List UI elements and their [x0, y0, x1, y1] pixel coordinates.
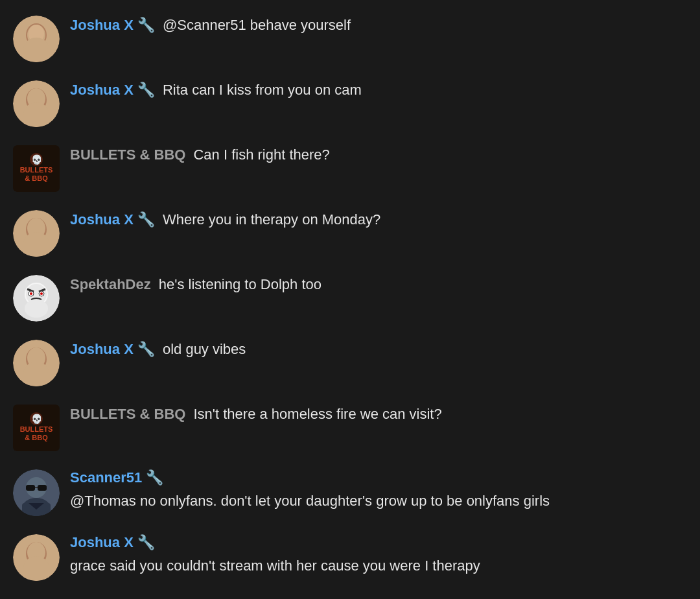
chat-message: Joshua X 🔧 grace said you couldn't strea…	[0, 525, 700, 590]
avatar	[13, 16, 60, 62]
avatar	[13, 210, 60, 257]
avatar	[13, 275, 60, 322]
inline-message: Joshua X 🔧 Where you in therapy on Monda…	[70, 210, 687, 230]
message-text: old guy vibes	[163, 340, 246, 360]
chat-message: Joshua X 🔧 Where you in therapy on Monda…	[0, 201, 700, 266]
chat-message: Joshua X 🔧 Rita can I kiss from you on c…	[0, 71, 700, 136]
avatar	[13, 534, 60, 581]
chat-message: Joshua X 🔧 @Scanner51 behave yourself	[0, 6, 700, 71]
svg-text:💀: 💀	[31, 414, 43, 425]
message-text: Isn't there a homeless fire we can visit…	[193, 405, 441, 425]
message-content: BULLETS & BBQ Isn't there a homeless fir…	[70, 405, 687, 425]
username: BULLETS & BBQ	[70, 406, 185, 423]
message-text: he's listening to Dolph too	[159, 275, 321, 295]
svg-rect-6	[23, 48, 49, 62]
inline-message: Joshua X 🔧 Rita can I kiss from you on c…	[70, 80, 687, 100]
username: Joshua X 🔧	[70, 341, 155, 358]
inline-message: BULLETS & BBQ Isn't there a homeless fir…	[70, 405, 687, 425]
svg-rect-12	[23, 113, 49, 127]
message-content: Scanner51 🔧 @Thomas no onlyfans. don't l…	[70, 469, 687, 511]
avatar	[13, 469, 60, 516]
svg-point-32	[40, 292, 43, 295]
message-content: SpektahDez he's listening to Dolph too	[70, 275, 687, 295]
username: BULLETS & BBQ	[70, 147, 185, 163]
avatar: BULLETS & BBQ 💀	[13, 145, 60, 192]
message-content: Joshua X 🔧 Where you in therapy on Monda…	[70, 210, 687, 230]
chat-message: BULLETS & BBQ 💀 BULLETS & BBQ Can I fish…	[0, 136, 700, 201]
chat-message: Joshua X 🔧 old guy vibes	[0, 331, 700, 395]
message-text: @Thomas no onlyfans. don't let your daug…	[70, 491, 687, 511]
message-content: Joshua X 🔧 Rita can I kiss from you on c…	[70, 80, 687, 100]
svg-point-33	[25, 300, 48, 318]
chat-message: SpektahDez he's listening to Dolph too	[0, 266, 700, 331]
svg-text:BULLETS: BULLETS	[20, 166, 53, 174]
svg-rect-23	[23, 242, 49, 257]
avatar: BULLETS & BBQ 💀	[13, 405, 60, 451]
avatar	[13, 80, 60, 127]
username: Joshua X 🔧	[70, 17, 155, 34]
svg-rect-48	[38, 485, 47, 491]
inline-message: Joshua X 🔧 old guy vibes	[70, 340, 687, 360]
svg-rect-39	[23, 372, 49, 386]
message-content: BULLETS & BBQ Can I fish right there?	[70, 145, 687, 165]
svg-rect-47	[26, 485, 35, 491]
svg-text:& BBQ: & BBQ	[25, 434, 48, 441]
username: SpektahDez	[70, 276, 151, 293]
username: Scanner51 🔧	[70, 469, 163, 486]
message-text: @Scanner51 behave yourself	[163, 16, 351, 36]
svg-rect-57	[23, 567, 49, 581]
chat-message: BULLETS & BBQ 💀 BULLETS & BBQ Isn't ther…	[0, 395, 700, 460]
inline-message: Joshua X 🔧 @Scanner51 behave yourself	[70, 16, 687, 36]
message-content: Joshua X 🔧 @Scanner51 behave yourself	[70, 16, 687, 36]
username-row: Joshua X 🔧	[70, 534, 687, 551]
chat-container: Joshua X 🔧 @Scanner51 behave yourself Jo…	[0, 0, 700, 596]
username: Joshua X 🔧	[70, 534, 155, 550]
message-content: Joshua X 🔧 old guy vibes	[70, 340, 687, 360]
username-row: Scanner51 🔧	[70, 469, 687, 486]
username: Joshua X 🔧	[70, 211, 155, 228]
message-content: Joshua X 🔧 grace said you couldn't strea…	[70, 534, 687, 576]
message-text: grace said you couldn't stream with her …	[70, 556, 687, 576]
username: Joshua X 🔧	[70, 82, 155, 99]
inline-message: SpektahDez he's listening to Dolph too	[70, 275, 687, 295]
message-text: Rita can I kiss from you on cam	[163, 80, 362, 100]
svg-text:BULLETS: BULLETS	[20, 425, 53, 433]
svg-text:& BBQ: & BBQ	[25, 174, 48, 182]
svg-point-31	[30, 292, 32, 295]
message-text: Can I fish right there?	[193, 145, 329, 165]
svg-text:💀: 💀	[31, 154, 43, 165]
chat-message: Scanner51 🔧 @Thomas no onlyfans. don't l…	[0, 460, 700, 525]
inline-message: BULLETS & BBQ Can I fish right there?	[70, 145, 687, 165]
avatar	[13, 340, 60, 386]
message-text: Where you in therapy on Monday?	[163, 210, 380, 230]
